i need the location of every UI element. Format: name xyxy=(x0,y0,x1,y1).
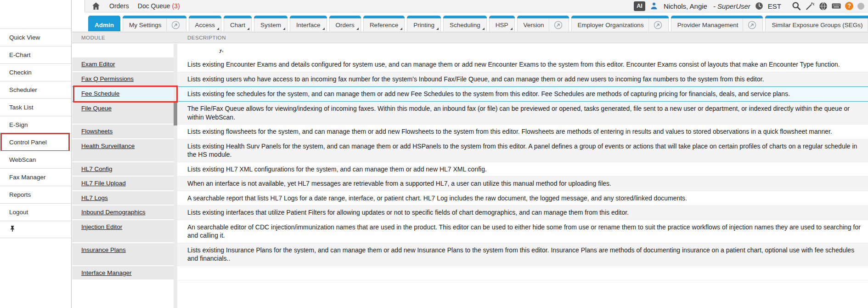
tab-label: Similar Exposure Groups (SEGs) xyxy=(772,22,862,29)
module-scrollbar-thumb[interactable] xyxy=(174,103,177,125)
sidebar-item-fax-manager[interactable]: Fax Manager xyxy=(0,168,71,186)
tab-chart[interactable]: Chart xyxy=(224,16,252,31)
tab-my-settings[interactable]: My Settings xyxy=(123,16,186,31)
tab-interface[interactable]: Interface xyxy=(290,16,327,31)
tab-employer-organizations[interactable]: Employer Organizations xyxy=(571,16,669,31)
table-row-interface-manager: Interface Manager xyxy=(72,266,868,280)
module-link[interactable]: Interface Manager xyxy=(81,269,132,276)
module-link[interactable]: HL7 Config xyxy=(81,165,113,172)
tab-version[interactable]: Version xyxy=(517,16,569,31)
module-cell: Flowsheets xyxy=(72,125,174,139)
breadcrumb-orders[interactable]: Orders xyxy=(109,2,129,10)
tab-hsp[interactable]: HSP xyxy=(489,16,515,31)
module-description: Lists existing fee schedules for the sys… xyxy=(177,87,868,101)
module-link[interactable]: Fax Q Permissions xyxy=(81,75,134,82)
popout-icon[interactable] xyxy=(166,18,180,31)
module-description: Lists existing Health Surv Panels for th… xyxy=(177,139,868,162)
sidebar-item-label: Scheduler xyxy=(9,86,37,93)
tab-similar-exposure-groups-segs[interactable]: Similar Exposure Groups (SEGs) xyxy=(765,16,868,31)
ai-badge[interactable]: AI xyxy=(634,1,645,11)
sidebar-item-e-chart[interactable]: E-Chart xyxy=(0,46,71,63)
user-name[interactable]: Nichols, Angie xyxy=(664,2,707,10)
sidebar-item-label: Quick View xyxy=(9,34,40,41)
help-icon[interactable]: ? xyxy=(845,2,853,10)
tab-provider-management[interactable]: Provider Management xyxy=(671,16,763,31)
module-link[interactable]: HL7 File Upload xyxy=(81,180,126,187)
tab-label: HSP xyxy=(496,22,508,29)
doc-queue-count: (3) xyxy=(172,2,180,10)
user-icon xyxy=(649,1,659,11)
sidebar-item-reports[interactable]: Reports xyxy=(0,186,71,203)
module-cell: HL7 File Upload xyxy=(72,177,174,191)
search-icon[interactable] xyxy=(792,1,801,11)
tab-label: My Settings xyxy=(129,22,162,29)
tab-access[interactable]: Access xyxy=(189,16,222,31)
module-description xyxy=(177,266,868,280)
tab-orders[interactable]: Orders xyxy=(329,16,361,31)
globe-icon[interactable] xyxy=(818,1,828,11)
module-link[interactable]: Insurance Plans xyxy=(81,246,126,253)
table-row-exam-editor: Exam Editor Lists existing Encounter Exa… xyxy=(72,57,868,72)
table-row-hl7-config: HL7 Config Lists existing HL7 XML config… xyxy=(72,162,868,177)
tab-system[interactable]: System xyxy=(254,16,287,31)
module-cell: Insurance Plans xyxy=(72,243,174,266)
tab-label: Interface xyxy=(296,22,321,29)
home-icon[interactable] xyxy=(91,1,101,11)
sidebar-item-label: Control Panel xyxy=(9,139,47,146)
table-row-flowsheets: Flowsheets Lists existing flowsheets for… xyxy=(72,125,868,139)
keyboard-icon[interactable] xyxy=(832,1,841,11)
tab-admin[interactable]: Admin xyxy=(88,16,120,31)
tab-scheduling[interactable]: Scheduling xyxy=(443,16,487,31)
sidebar-item-checkin[interactable]: Checkin xyxy=(0,63,71,81)
sidebar-pin-toggle[interactable] xyxy=(0,221,71,238)
module-scrollbar-track[interactable] xyxy=(174,44,177,308)
sidebar-item-e-sign[interactable]: E-Sign xyxy=(0,116,71,133)
module-link[interactable]: Health Surveillance xyxy=(81,143,135,149)
breadcrumb: Orders Doc Queue (3) xyxy=(91,1,180,11)
sidebar-item-webscan[interactable]: WebScan xyxy=(0,151,71,168)
module-link[interactable]: HL7 Logs xyxy=(81,194,108,201)
module-cell: Fax Q Permissions xyxy=(72,72,174,87)
clipped-text-fragment: y, xyxy=(219,46,224,53)
sidebar-item-scheduler[interactable]: Scheduler xyxy=(0,81,71,98)
sidebar-item-quick-view[interactable]: Quick View xyxy=(0,29,71,46)
module-cell: File Queue xyxy=(72,102,174,125)
tab-bar: Admin My Settings Access Chart System In… xyxy=(85,15,868,31)
table-row-file-queue: File Queue The File/Fax Queue allows for… xyxy=(72,102,868,125)
sidebar-item-control-panel[interactable]: Control Panel xyxy=(0,133,71,151)
module-cell: Injection Editor xyxy=(72,220,174,243)
table-row-fax-q-permissions: Fax Q Permissions Lists existing users w… xyxy=(72,72,868,87)
module-link[interactable]: Injection Editor xyxy=(81,223,122,230)
module-link[interactable]: Exam Editor xyxy=(81,61,115,68)
tab-reference[interactable]: Reference xyxy=(363,16,405,31)
module-cell: Health Surveillance xyxy=(72,139,174,162)
popout-icon[interactable] xyxy=(743,18,756,31)
pushpin-icon xyxy=(9,225,16,234)
popout-icon[interactable] xyxy=(648,18,662,31)
sidebar-list: Quick View E-Chart Checkin Scheduler Tas… xyxy=(0,0,71,238)
clock-icon xyxy=(755,1,764,11)
sidebar-item-label: Checkin xyxy=(9,69,32,76)
module-link[interactable]: File Queue xyxy=(81,105,112,112)
clipped-top-row: y, xyxy=(72,44,868,57)
tab-label: Orders xyxy=(336,22,355,29)
tab-label: Printing xyxy=(413,22,434,29)
module-description: When an interface is not available, yet … xyxy=(177,177,868,191)
module-description: A searchable report that lists HL7 Logs … xyxy=(177,191,868,206)
sidebar-item-logout[interactable]: Logout xyxy=(0,203,71,221)
module-table: y, Exam Editor Lists existing Encounter … xyxy=(72,44,868,308)
column-header-description: DESCRIPTION xyxy=(174,35,226,40)
sidebar-item-label: WebScan xyxy=(9,156,36,163)
sidebar-item-label: E-Chart xyxy=(9,51,31,58)
module-link[interactable]: Inbound Demographics xyxy=(81,209,146,216)
tab-label: Scheduling xyxy=(450,22,480,29)
module-link[interactable]: Flowsheets xyxy=(81,128,113,135)
sidebar-item-label: E-Sign xyxy=(9,121,28,128)
breadcrumb-doc-queue[interactable]: Doc Queue (3) xyxy=(138,2,180,10)
module-description: Lists existing interfaces that utilize P… xyxy=(177,205,868,220)
wand-icon[interactable] xyxy=(805,1,814,11)
popout-icon[interactable] xyxy=(549,18,563,31)
module-link[interactable]: Fee Schedule xyxy=(81,90,119,97)
sidebar-item-task-list[interactable]: Task List xyxy=(0,98,71,116)
tab-printing[interactable]: Printing xyxy=(407,16,441,31)
